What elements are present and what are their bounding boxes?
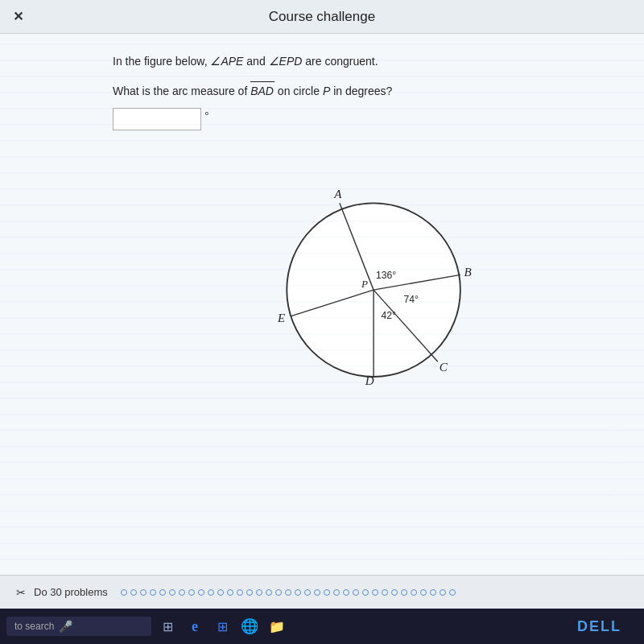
point-c-label: C: [440, 361, 448, 374]
question2-text: What is the arc measure of BAD on circle…: [113, 81, 612, 100]
store-button[interactable]: ⊞: [211, 615, 233, 638]
progress-dot: [256, 589, 262, 596]
progress-dot: [217, 589, 224, 596]
folder-button[interactable]: 📁: [266, 615, 288, 638]
taskbar: to search 🎤 ⊞ e ⊞ 🌐 📁 DELL: [0, 609, 644, 644]
angle-74-label: 74°: [404, 294, 419, 305]
answer-input[interactable]: [113, 108, 201, 130]
problems-dots: [121, 589, 456, 596]
problems-label: Do 30 problems: [34, 586, 108, 598]
chrome-icon: 🌐: [241, 617, 258, 635]
center-p-label: P: [361, 278, 368, 290]
circle-p-label: P: [323, 85, 330, 97]
progress-dot: [227, 589, 233, 596]
angle-136-label: 136°: [376, 270, 396, 281]
progress-dot: [449, 589, 456, 596]
point-d-label: D: [365, 374, 374, 387]
title-bar: ✕ Course challenge: [0, 0, 644, 34]
search-text: to search: [14, 621, 54, 632]
progress-dot: [314, 589, 320, 596]
progress-dot: [130, 589, 137, 596]
folder-icon: 📁: [269, 619, 285, 634]
store-icon: ⊞: [217, 619, 228, 634]
circle-diagram: A B C D E P 136° 74° 42°: [242, 147, 483, 388]
bottom-bar: ✂ Do 30 problems: [0, 575, 644, 609]
window-title: Course challenge: [269, 9, 375, 25]
progress-dot: [401, 589, 407, 596]
progress-dot: [179, 589, 185, 596]
progress-dot: [295, 589, 301, 596]
progress-dot: [440, 589, 446, 596]
dell-logo: DELL: [577, 618, 621, 635]
progress-dot: [285, 589, 291, 596]
diagram-container: A B C D E P 136° 74° 42°: [113, 147, 612, 388]
progress-dot: [150, 589, 156, 596]
main-window: ✕ Course challenge a k p In the figure b…: [0, 0, 644, 609]
progress-dot: [420, 589, 427, 596]
progress-dot: [208, 589, 214, 596]
close-button[interactable]: ✕: [13, 9, 23, 24]
progress-dot: [275, 589, 282, 596]
progress-dot: [188, 589, 195, 596]
angle-ape: ∠APE: [210, 55, 243, 68]
answer-row: °: [113, 108, 612, 130]
progress-dot: [343, 589, 349, 596]
progress-dot: [198, 589, 204, 596]
progress-dot: [333, 589, 340, 596]
edge-button[interactable]: e: [184, 615, 206, 638]
degree-symbol: °: [204, 109, 209, 122]
point-b-label: B: [464, 266, 472, 279]
angle-epd: ∠EPD: [269, 55, 303, 68]
chrome-button[interactable]: 🌐: [238, 615, 261, 638]
progress-dot: [121, 589, 127, 596]
edge-icon: e: [192, 618, 198, 635]
taskview-icon: ⊞: [163, 619, 173, 634]
scissors-icon: ✂: [16, 586, 26, 599]
progress-dot: [430, 589, 436, 596]
question1-text: In the figure below, ∠APE and ∠EPD are c…: [113, 53, 612, 70]
progress-dot: [237, 589, 243, 596]
progress-dot: [411, 589, 417, 596]
content-area: In the figure below, ∠APE and ∠EPD are c…: [0, 34, 644, 575]
progress-dot: [372, 589, 378, 596]
mic-icon[interactable]: 🎤: [59, 620, 72, 633]
point-e-label: E: [277, 312, 285, 324]
arc-bad-label: BAD: [250, 81, 275, 100]
progress-dot: [246, 589, 253, 596]
point-a-label: A: [333, 188, 342, 200]
progress-dot: [324, 589, 330, 596]
angle-42-label: 42°: [381, 310, 396, 321]
progress-dot: [169, 589, 175, 596]
taskview-button[interactable]: ⊞: [156, 615, 179, 638]
progress-dot: [140, 589, 147, 596]
progress-dot: [159, 589, 166, 596]
search-area[interactable]: to search 🎤: [6, 617, 151, 636]
progress-dot: [304, 589, 311, 596]
progress-dot: [391, 589, 398, 596]
progress-dot: [382, 589, 388, 596]
progress-dot: [362, 589, 369, 596]
progress-dot: [353, 589, 359, 596]
progress-dot: [266, 589, 272, 596]
